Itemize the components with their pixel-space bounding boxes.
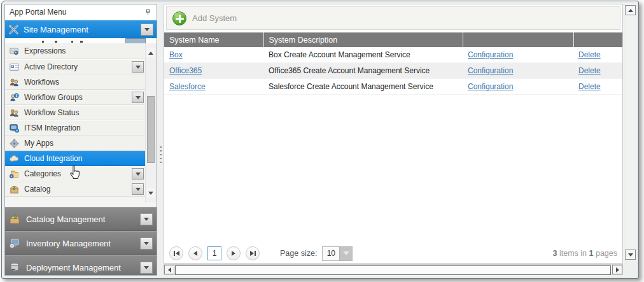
chevron-down-icon [136, 96, 141, 99]
sidebar-item-workflow-groups[interactable]: Workflow Groups [5, 90, 146, 105]
catalog-dropdown-button[interactable] [132, 183, 144, 195]
sidebar-item-workflow-status[interactable]: Workflow Status [5, 105, 146, 120]
page-size-label: Page size: [280, 249, 317, 258]
sidebar-item-workflows[interactable]: Workflows [5, 74, 146, 90]
sidebar-item-label: Cloud Integration [24, 154, 144, 163]
sidebar-group-label: Site Management [24, 25, 88, 34]
last-page-button[interactable] [246, 246, 260, 260]
delete-link[interactable]: Delete [578, 66, 601, 75]
workflows-icon [9, 77, 20, 88]
sidebar-item-catalog[interactable]: Catalog [5, 181, 146, 197]
sidebar-section-catalog-management[interactable]: Catalog Management [5, 207, 157, 231]
column-header-system-name[interactable]: System Name [164, 32, 263, 47]
active-directory-dropdown-button[interactable] [132, 61, 144, 73]
sidebar-scrollbar[interactable] [145, 43, 156, 202]
table-row: Salesforce Salesforce Create Account Man… [164, 79, 622, 95]
previous-page-button[interactable] [188, 246, 202, 260]
arrow-down-icon [148, 192, 153, 195]
column-header-delete [573, 32, 622, 47]
scroll-right-button[interactable] [612, 265, 622, 274]
workflow-groups-dropdown-button[interactable] [132, 92, 144, 103]
sidebar-section-label: Catalog Management [26, 215, 105, 224]
inventory-management-dropdown-button[interactable] [140, 237, 153, 250]
pagination-status: 3 items in 1 pages [553, 249, 617, 258]
deployment-management-dropdown-button[interactable] [140, 262, 153, 274]
arrow-left-icon [168, 267, 171, 272]
chevron-down-icon [144, 242, 149, 245]
system-name-link[interactable]: Box [169, 50, 183, 59]
categories-icon [9, 169, 20, 180]
system-description-cell: Salesforce Create Account Management Ser… [263, 79, 463, 95]
app-portal-window: App Portal Menu Site Management [1, 1, 639, 279]
inventory-management-icon [8, 237, 21, 250]
workflow-groups-icon [9, 92, 20, 103]
sidebar-item-label: Active Directory [24, 62, 127, 71]
tools-icon [8, 24, 19, 35]
panel-splitter[interactable] [158, 4, 164, 276]
scrollbar-thumb[interactable] [147, 96, 155, 163]
arrow-up-icon [628, 9, 633, 12]
sidebar-item-label: Workflow Groups [24, 93, 127, 102]
catalog-management-icon [8, 213, 21, 225]
scroll-up-button[interactable] [146, 48, 155, 57]
column-header-system-description[interactable]: System Description [263, 32, 463, 47]
table-row: Box Box Create Account Management Servic… [164, 47, 622, 63]
chevron-down-icon [144, 218, 149, 221]
page-size-value: 10 [323, 247, 339, 260]
scroll-down-button[interactable] [625, 250, 636, 260]
next-page-icon [232, 251, 235, 256]
main-horizontal-scrollbar[interactable] [164, 264, 623, 275]
table-header-row: System Name System Description [164, 32, 622, 47]
scroll-up-button[interactable] [625, 5, 636, 15]
configuration-link[interactable]: Configuration [468, 66, 513, 75]
system-description-cell: Office365 Create Account Management Serv… [263, 63, 463, 79]
scroll-down-button[interactable] [146, 188, 155, 197]
add-system-button[interactable]: Add System [172, 11, 237, 25]
sidebar-item-itsm-integration[interactable]: ITSM Integration [5, 120, 146, 136]
expressions-icon [9, 46, 20, 57]
sidebar-item-label: Catalog [24, 185, 127, 194]
delete-link[interactable]: Delete [578, 50, 601, 59]
sidebar-item-label: Expressions [24, 46, 144, 55]
next-page-button[interactable] [227, 246, 241, 260]
sidebar-item-expressions[interactable]: Expressions [5, 43, 146, 59]
page-size-select[interactable]: 10 [322, 246, 353, 261]
add-system-label: Add System [192, 13, 237, 23]
catalog-icon [9, 184, 20, 195]
scroll-left-button[interactable] [164, 265, 174, 274]
sidebar-item-my-apps[interactable]: My Apps [5, 136, 146, 151]
pin-icon[interactable] [144, 8, 152, 17]
delete-link[interactable]: Delete [578, 82, 601, 91]
sidebar-section-inventory-management[interactable]: Inventory Management [5, 231, 157, 255]
sidebar-section-deployment-management[interactable]: Deployment Management [5, 255, 157, 276]
configuration-link[interactable]: Configuration [468, 50, 513, 59]
page-size-dropdown-button[interactable] [339, 247, 352, 260]
site-management-dropdown-button[interactable] [141, 24, 153, 36]
systems-table: System Name System Description Box Box C… [164, 32, 622, 95]
sidebar-section-label: Inventory Management [26, 239, 111, 248]
current-page-indicator[interactable]: 1 [207, 246, 221, 260]
arrow-up-icon [148, 52, 153, 55]
pagination-bar: 1 Page size: 10 3 items in 1 pages [164, 243, 622, 264]
previous-page-icon [193, 251, 197, 256]
deployment-management-icon [8, 261, 21, 274]
system-name-link[interactable]: Office365 [169, 66, 202, 75]
categories-dropdown-button[interactable] [132, 168, 144, 180]
add-plus-icon [172, 11, 186, 25]
main-vertical-scrollbar[interactable] [625, 4, 636, 261]
sidebar-title: App Portal Menu [10, 8, 66, 17]
system-name-link[interactable]: Salesforce [169, 82, 206, 91]
sidebar-item-active-directory[interactable]: Active Directory [5, 59, 146, 74]
first-page-button[interactable] [169, 246, 183, 260]
scrollbar-thumb[interactable] [175, 265, 611, 275]
sidebar-group-site-management[interactable]: Site Management [5, 20, 157, 38]
last-page-icon [250, 251, 254, 256]
sidebar-title-bar: App Portal Menu [5, 4, 157, 20]
catalog-management-dropdown-button[interactable] [140, 213, 153, 225]
chevron-down-icon [136, 188, 141, 191]
sidebar: App Portal Menu Site Management [4, 4, 157, 276]
sidebar-sections: Catalog Management Inventory Management [5, 207, 157, 276]
configuration-link[interactable]: Configuration [468, 82, 513, 91]
sidebar-item-cloud-integration[interactable]: Cloud Integration [5, 151, 146, 166]
column-header-configuration [463, 32, 573, 47]
